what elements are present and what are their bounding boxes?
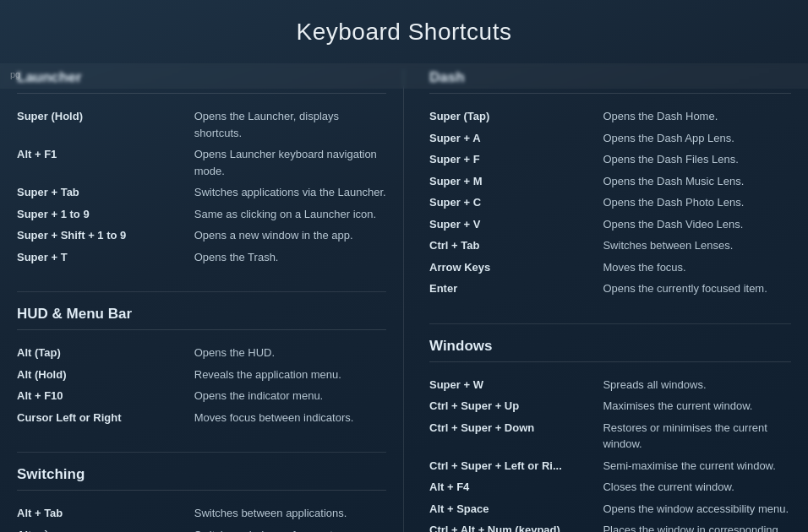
shortcut-desc: Places the window in corresponding posit… — [603, 519, 791, 532]
shortcut-desc: Switches between Lenses. — [603, 235, 791, 257]
shortcut-key: Super + Tab — [17, 182, 194, 204]
divider-1 — [17, 291, 386, 292]
shortcut-key: Super + W — [429, 374, 603, 396]
launcher-shortcuts-table: Super (Hold) Opens the Launcher, display… — [17, 106, 386, 268]
table-row: Cursor Left or Right Moves focus between… — [17, 407, 386, 429]
table-row: Super + T Opens the Trash. — [17, 247, 386, 269]
shortcut-key: Super (Tap) — [429, 106, 603, 128]
divider-3 — [429, 323, 791, 324]
table-row: Super + Tab Switches applications via th… — [17, 182, 386, 204]
table-row: Alt (Tap) Opens the HUD. — [17, 342, 386, 364]
launcher-section: Launcher Super (Hold) Opens the Launcher… — [17, 69, 386, 268]
table-row: Arrow Keys Moves the focus. — [429, 257, 791, 279]
dash-section: Dash Super (Tap) Opens the Dash Home. Su… — [429, 69, 791, 300]
table-row: Super + C Opens the Dash Photo Lens. — [429, 192, 791, 214]
shortcut-desc: Opens the indicator menu. — [194, 385, 386, 407]
table-row: Alt + F1 Opens Launcher keyboard navigat… — [17, 144, 386, 182]
divider-2 — [17, 452, 386, 453]
shortcut-key: Super + T — [17, 247, 194, 269]
shortcut-desc: Opens the Dash Music Lens. — [603, 171, 791, 193]
shortcut-desc: Opens the currently focused item. — [603, 278, 791, 300]
table-row: Alt + Space Opens the window accessibili… — [429, 498, 791, 520]
shortcut-key: Alt (Hold) — [17, 364, 194, 386]
shortcut-desc: Opens the HUD. — [194, 342, 386, 364]
table-row: Alt (Hold) Reveals the application menu. — [17, 364, 386, 386]
table-row: Alt + F4 Closes the current window. — [429, 476, 791, 498]
page-title: Keyboard Shortcuts — [0, 19, 808, 46]
keyboard-shortcuts-window: pg Keyboard Shortcuts Launcher Super (Ho… — [0, 0, 808, 532]
hud-section: HUD & Menu Bar Alt (Tap) Opens the HUD. … — [17, 306, 386, 428]
shortcut-desc: Opens the Dash Video Lens. — [603, 214, 791, 236]
table-row: Ctrl + Super + Left or Ri... Semi-maximi… — [429, 455, 791, 477]
table-row: Ctrl + Tab Switches between Lenses. — [429, 235, 791, 257]
content-area: Launcher Super (Hold) Opens the Launcher… — [0, 69, 808, 532]
shortcut-key: Super + V — [429, 214, 603, 236]
switching-section: Switching Alt + Tab Switches between app… — [17, 466, 386, 532]
shortcut-desc: Maximises the current window. — [603, 395, 791, 417]
shortcut-key: Ctrl + Super + Left or Ri... — [429, 455, 603, 477]
right-column: Dash Super (Tap) Opens the Dash Home. Su… — [404, 69, 791, 532]
shortcut-key: Super + F — [429, 149, 603, 171]
shortcut-key: Alt + F10 — [17, 385, 194, 407]
shortcut-key: Super + Shift + 1 to 9 — [17, 225, 194, 247]
table-row: Super (Tap) Opens the Dash Home. — [429, 106, 791, 128]
shortcut-key: Ctrl + Super + Up — [429, 395, 603, 417]
shortcut-desc: Opens the window accessibility menu. — [603, 498, 791, 520]
shortcut-desc: Opens the Dash Photo Lens. — [603, 192, 791, 214]
shortcut-desc: Moves focus between indicators. — [194, 407, 386, 429]
switching-section-title: Switching — [17, 466, 386, 491]
shortcut-desc: Opens the Dash Home. — [603, 106, 791, 128]
table-row: Super + V Opens the Dash Video Lens. — [429, 214, 791, 236]
shortcut-key: Ctrl + Super + Down — [429, 417, 603, 455]
shortcut-desc: Same as clicking on a Launcher icon. — [194, 204, 386, 225]
table-row: Alt + ` Switches windows of current appl… — [17, 524, 386, 533]
table-row: Ctrl + Super + Down Restores or minimise… — [429, 417, 791, 455]
table-row: Super + F Opens the Dash Files Lens. — [429, 149, 791, 171]
shortcut-key: Alt + F1 — [17, 144, 194, 182]
shortcut-key: Super + 1 to 9 — [17, 204, 194, 225]
shortcut-desc: Reveals the application menu. — [194, 364, 386, 386]
shortcut-key: Alt + Tab — [17, 502, 194, 524]
hud-shortcuts-table: Alt (Tap) Opens the HUD. Alt (Hold) Reve… — [17, 342, 386, 428]
switching-shortcuts-table: Alt + Tab Switches between applications.… — [17, 502, 386, 532]
table-row: Super + 1 to 9 Same as clicking on a Lau… — [17, 204, 386, 225]
shortcut-key: Arrow Keys — [429, 257, 603, 279]
shortcut-desc: Opens the Launcher, displays shortcuts. — [194, 106, 386, 144]
windows-section-title: Windows — [429, 338, 791, 362]
table-row: Super + W Spreads all windows. — [429, 374, 791, 396]
windows-shortcuts-table: Super + W Spreads all windows. Ctrl + Su… — [429, 374, 791, 533]
windows-section: Windows Super + W Spreads all windows. C… — [429, 338, 791, 533]
table-row: Super + A Opens the Dash App Lens. — [429, 128, 791, 149]
table-row: Super (Hold) Opens the Launcher, display… — [17, 106, 386, 144]
background-blur — [0, 63, 808, 89]
table-row: Ctrl + Alt + Num (keypad) Places the win… — [429, 519, 791, 532]
table-row: Alt + Tab Switches between applications. — [17, 502, 386, 524]
shortcut-key: Super + C — [429, 192, 603, 214]
shortcut-desc: Switches applications via the Launcher. — [194, 182, 386, 204]
left-column: Launcher Super (Hold) Opens the Launcher… — [17, 69, 404, 532]
shortcut-desc: Moves the focus. — [603, 257, 791, 279]
shortcut-key: Enter — [429, 278, 603, 300]
shortcut-desc: Restores or minimises the current window… — [603, 417, 791, 455]
shortcut-key: Super + A — [429, 128, 603, 149]
table-row: Super + Shift + 1 to 9 Opens a new windo… — [17, 225, 386, 247]
page-indicator: pg — [10, 69, 20, 79]
shortcut-desc: Opens the Dash App Lens. — [603, 128, 791, 149]
shortcut-key: Super (Hold) — [17, 106, 194, 144]
shortcut-key: Alt (Tap) — [17, 342, 194, 364]
shortcut-desc: Spreads all windows. — [603, 374, 791, 396]
shortcut-desc: Opens the Trash. — [194, 247, 386, 269]
shortcut-desc: Opens Launcher keyboard navigation mode. — [194, 144, 386, 182]
shortcut-desc: Switches windows of current applications… — [194, 524, 386, 533]
shortcut-key: Alt + ` — [17, 524, 194, 533]
shortcut-desc: Opens a new window in the app. — [194, 225, 386, 247]
table-row: Ctrl + Super + Up Maximises the current … — [429, 395, 791, 417]
shortcut-key: Ctrl + Tab — [429, 235, 603, 257]
hud-section-title: HUD & Menu Bar — [17, 306, 386, 330]
table-row: Super + M Opens the Dash Music Lens. — [429, 171, 791, 193]
shortcut-desc: Switches between applications. — [194, 502, 386, 524]
table-row: Alt + F10 Opens the indicator menu. — [17, 385, 386, 407]
shortcut-key: Alt + F4 — [429, 476, 603, 498]
shortcut-key: Super + M — [429, 171, 603, 193]
shortcut-key: Alt + Space — [429, 498, 603, 520]
